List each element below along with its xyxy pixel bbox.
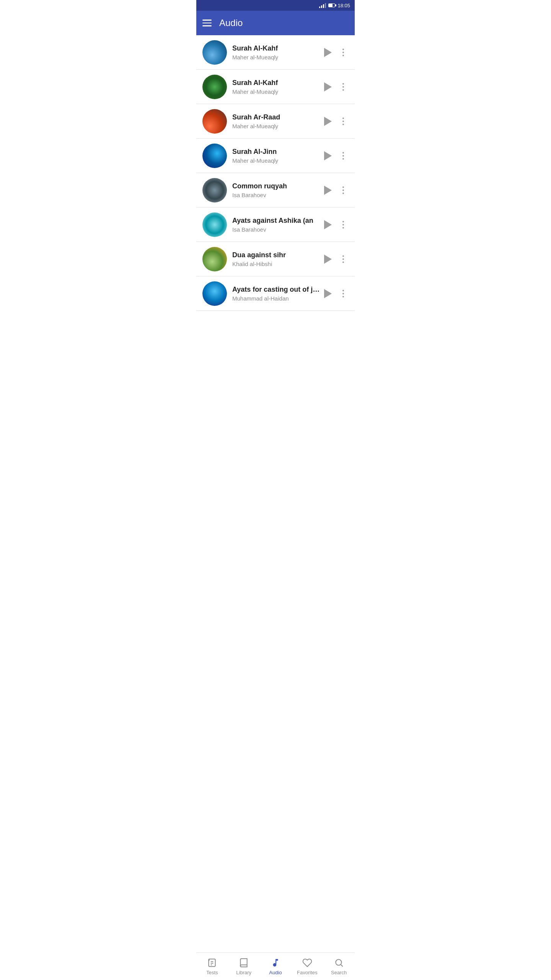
page-title: Audio <box>219 18 243 28</box>
nav-item-favorites[interactable]: Favorites <box>291 954 323 978</box>
item-thumbnail <box>202 178 227 203</box>
nav-item-search[interactable]: Search <box>323 954 355 978</box>
nav-label-library: Library <box>236 970 251 975</box>
audio-list-item: Surah Al-Jinn Maher al-Mueaqly <box>196 139 355 173</box>
more-options-button[interactable] <box>338 184 349 196</box>
content-area: Surah Al-Kahf Maher al-Mueaqly Surah Al-… <box>196 35 355 338</box>
item-info: Surah Al-Jinn Maher al-Mueaqly <box>232 148 321 164</box>
item-subtitle: Muhammad al-Haidan <box>232 295 321 302</box>
item-thumbnail <box>202 109 227 134</box>
nav-item-tests[interactable]: Tests <box>196 954 228 978</box>
app-header: Audio <box>196 11 355 35</box>
play-button[interactable] <box>321 81 333 93</box>
item-title: Surah Ar-Raad <box>232 113 321 121</box>
item-info: Ayats against Ashika (an Isa Barahoev <box>232 217 321 233</box>
more-options-button[interactable] <box>338 115 349 127</box>
item-title: Surah Al-Kahf <box>232 44 321 52</box>
audio-list-item: Common ruqyah Isa Barahoev <box>196 173 355 207</box>
svg-point-4 <box>336 959 341 965</box>
item-info: Surah Al-Kahf Maher al-Mueaqly <box>232 79 321 95</box>
nav-label-search: Search <box>331 970 347 975</box>
item-title: Ayats against Ashika (an <box>232 217 321 225</box>
item-title: Ayats for casting out of jinn <box>232 286 321 294</box>
item-thumbnail <box>202 281 227 306</box>
svg-line-5 <box>341 965 343 967</box>
audio-list-item: Surah Ar-Raad Maher al-Mueaqly <box>196 104 355 139</box>
item-info: Surah Ar-Raad Maher al-Mueaqly <box>232 113 321 129</box>
nav-label-favorites: Favorites <box>297 970 317 975</box>
audio-icon <box>270 957 281 968</box>
item-title: Common ruqyah <box>232 182 321 190</box>
library-icon <box>238 957 249 968</box>
svg-rect-0 <box>209 959 215 967</box>
item-actions <box>321 46 349 59</box>
more-options-button[interactable] <box>338 253 349 265</box>
item-subtitle: Isa Barahoev <box>232 192 321 198</box>
more-options-button[interactable] <box>338 81 349 93</box>
item-actions <box>321 219 349 231</box>
more-options-button[interactable] <box>338 150 349 162</box>
item-actions <box>321 150 349 162</box>
audio-list-item: Dua against sihr Khalid al-Hibshi <box>196 242 355 276</box>
item-thumbnail <box>202 212 227 237</box>
status-bar: 18:05 <box>196 0 355 11</box>
item-info: Common ruqyah Isa Barahoev <box>232 182 321 198</box>
item-thumbnail <box>202 247 227 271</box>
audio-list-item: Ayats for casting out of jinn Muhammad a… <box>196 276 355 311</box>
signal-icon <box>319 3 326 8</box>
nav-label-tests: Tests <box>206 970 218 975</box>
play-button[interactable] <box>321 150 333 162</box>
item-subtitle: Maher al-Mueaqly <box>232 54 321 60</box>
item-info: Ayats for casting out of jinn Muhammad a… <box>232 286 321 302</box>
item-actions <box>321 287 349 300</box>
play-button[interactable] <box>321 219 333 231</box>
item-info: Dua against sihr Khalid al-Hibshi <box>232 251 321 267</box>
more-options-button[interactable] <box>338 219 349 231</box>
item-thumbnail <box>202 75 227 99</box>
item-subtitle: Khalid al-Hibshi <box>232 261 321 267</box>
nav-item-library[interactable]: Library <box>228 954 260 978</box>
item-title: Surah Al-Jinn <box>232 148 321 156</box>
search-icon <box>334 957 344 968</box>
item-actions <box>321 253 349 265</box>
menu-button[interactable] <box>202 20 212 26</box>
nav-item-audio[interactable]: Audio <box>260 954 292 978</box>
item-title: Dua against sihr <box>232 251 321 259</box>
item-thumbnail <box>202 144 227 168</box>
item-thumbnail <box>202 40 227 65</box>
audio-list-item: Surah Al-Kahf Maher al-Mueaqly <box>196 35 355 70</box>
play-button[interactable] <box>321 115 333 127</box>
bottom-nav: Tests Library Audio Favorites <box>196 952 355 980</box>
item-subtitle: Maher al-Mueaqly <box>232 157 321 164</box>
item-info: Surah Al-Kahf Maher al-Mueaqly <box>232 44 321 60</box>
battery-icon <box>328 3 335 7</box>
more-options-button[interactable] <box>338 46 349 59</box>
favorites-icon <box>302 957 313 968</box>
item-actions <box>321 81 349 93</box>
item-subtitle: Maher al-Mueaqly <box>232 88 321 95</box>
tests-icon <box>207 957 217 968</box>
item-subtitle: Maher al-Mueaqly <box>232 123 321 129</box>
audio-list: Surah Al-Kahf Maher al-Mueaqly Surah Al-… <box>196 35 355 311</box>
status-time: 18:05 <box>337 3 350 8</box>
item-actions <box>321 184 349 196</box>
item-actions <box>321 115 349 127</box>
play-button[interactable] <box>321 184 333 196</box>
audio-list-item: Ayats against Ashika (an Isa Barahoev <box>196 207 355 242</box>
play-button[interactable] <box>321 46 333 59</box>
play-button[interactable] <box>321 287 333 300</box>
item-subtitle: Isa Barahoev <box>232 226 321 233</box>
play-button[interactable] <box>321 253 333 265</box>
item-title: Surah Al-Kahf <box>232 79 321 87</box>
nav-label-audio: Audio <box>269 970 282 975</box>
more-options-button[interactable] <box>338 287 349 300</box>
audio-list-item: Surah Al-Kahf Maher al-Mueaqly <box>196 70 355 104</box>
